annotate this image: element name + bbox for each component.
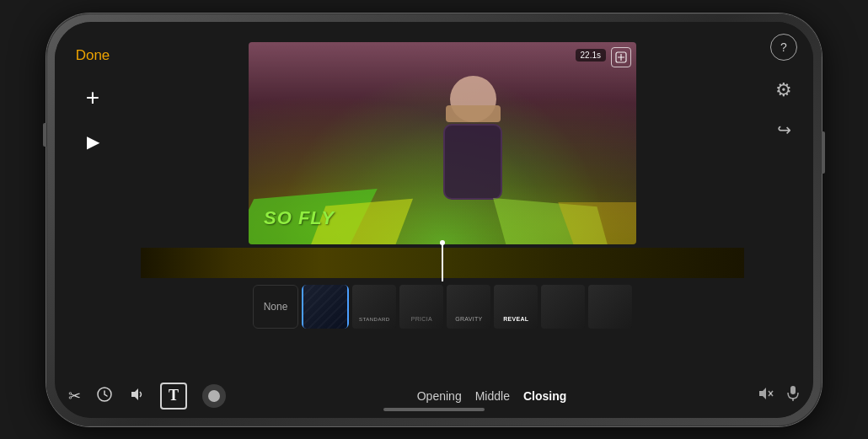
title-card-extra2-preview (588, 285, 632, 329)
filter-circle (208, 390, 220, 402)
closing-segment[interactable]: Closing (523, 389, 566, 403)
timestamp-badge: 22.1s (576, 49, 606, 62)
title-card-pricia[interactable]: PRICIA (399, 285, 443, 329)
gravity-label: GRAVITY (455, 316, 482, 322)
speed-button[interactable] (96, 386, 113, 406)
timeline-strip[interactable] (141, 248, 744, 278)
scissors-button[interactable]: ✂ (68, 387, 81, 405)
bottom-toolbar: ✂ T (55, 376, 813, 418)
text-button[interactable]: T (160, 383, 187, 410)
side-button-right[interactable] (822, 131, 825, 174)
playhead-dot (440, 240, 445, 245)
undo-button[interactable]: ↩ (777, 120, 791, 140)
zoom-button[interactable] (611, 47, 631, 67)
filter-button[interactable] (202, 384, 226, 408)
mic-icon (786, 385, 800, 402)
main-content: Done + ▶ (55, 39, 813, 376)
stripe-pattern (303, 285, 347, 329)
middle-segment[interactable]: Middle (475, 389, 510, 403)
title-card-none[interactable]: None (253, 285, 299, 329)
add-button[interactable]: + (86, 84, 99, 111)
play-button[interactable]: ▶ (87, 131, 99, 152)
app-screen: ? ⚙ ↩ Done + ▶ (55, 22, 813, 418)
phone-frame: ? ⚙ ↩ Done + ▶ (46, 13, 822, 426)
title-card-selected[interactable] (302, 285, 349, 329)
video-preview: SO FLY 22.1s (249, 42, 636, 244)
svg-rect-8 (790, 386, 796, 394)
title-card-standard-preview: STANDARD (352, 285, 396, 329)
toolbar-right (758, 385, 800, 406)
segment-controls: Opening Middle Closing (417, 389, 567, 403)
mute-button[interactable] (758, 385, 774, 406)
shapes-overlay (249, 169, 636, 244)
question-icon: ? (780, 40, 787, 54)
reveal-label: Reveal (503, 316, 528, 322)
title-card-standard[interactable]: STANDARD (352, 285, 396, 329)
svg-marker-4 (131, 388, 138, 400)
svg-marker-5 (759, 388, 766, 399)
toolbar-left: ✂ T (68, 383, 226, 410)
volume-icon (128, 386, 145, 403)
help-button[interactable]: ? (770, 34, 797, 61)
done-button[interactable]: Done (76, 47, 110, 64)
title-card-reveal-preview: Reveal (494, 285, 538, 329)
mute-icon (758, 385, 774, 402)
volume-button[interactable] (128, 386, 145, 406)
opening-segment[interactable]: Opening (417, 389, 462, 403)
standard-label: STANDARD (359, 317, 390, 322)
title-card-extra2[interactable] (588, 285, 632, 329)
title-cards-strip: None STANDARD (246, 281, 640, 332)
settings-button[interactable]: ⚙ (775, 79, 792, 101)
side-button-left[interactable] (43, 123, 46, 147)
title-card-reveal[interactable]: Reveal (494, 285, 538, 329)
playhead (442, 244, 443, 281)
speed-icon (96, 386, 113, 403)
title-card-pricia-preview: PRICIA (399, 285, 443, 329)
left-sidebar: Done + ▶ (55, 39, 131, 376)
title-card-none-label: None (264, 301, 288, 313)
title-card-extra1-preview (541, 285, 585, 329)
top-bar: ? ⚙ ↩ (55, 22, 813, 39)
title-card-selected-preview (303, 285, 347, 329)
right-sidebar: ? ⚙ ↩ (754, 22, 813, 147)
title-card-gravity-preview: GRAVITY (447, 285, 490, 329)
zoom-icon (615, 51, 627, 63)
home-indicator (383, 408, 485, 411)
mic-button[interactable] (786, 385, 800, 406)
title-card-extra1[interactable] (541, 285, 585, 329)
video-text-overlay: SO FLY (264, 207, 335, 229)
center-area: SO FLY 22.1s (131, 39, 754, 376)
title-card-gravity[interactable]: GRAVITY (447, 285, 490, 329)
timeline-wrapper (134, 244, 751, 281)
pricia-label: PRICIA (411, 316, 432, 322)
hat (446, 105, 501, 122)
phone-screen: ? ⚙ ↩ Done + ▶ (55, 22, 813, 418)
